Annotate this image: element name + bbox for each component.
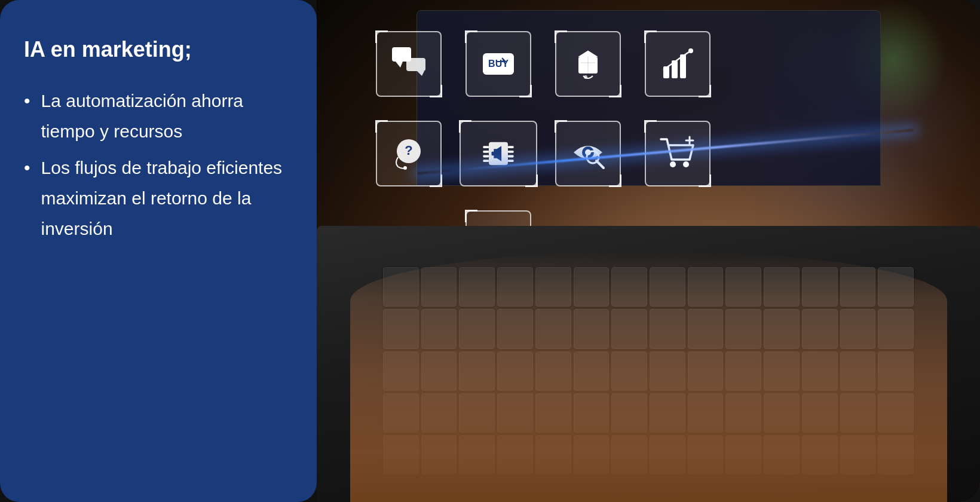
svg-rect-28: [491, 152, 494, 155]
svg-point-18: [403, 166, 407, 170]
bullet-item-1: • La automatización ahorra tiempo y recu…: [24, 85, 287, 146]
bullet-text-1: La automatización ahorra tiempo y recurs…: [41, 85, 287, 146]
svg-point-34: [683, 161, 689, 167]
delivery-icon-card: [555, 31, 621, 97]
bullet-dot-2: •: [24, 154, 30, 182]
hands-overlay: [350, 251, 947, 502]
svg-rect-23: [483, 160, 489, 162]
ai-head-icon-card: ?: [376, 121, 442, 186]
left-panel: IA en marketing; • La automatización aho…: [0, 0, 317, 502]
svg-rect-27: [508, 160, 514, 162]
analytics-icon-card: [645, 31, 710, 97]
svg-marker-3: [417, 71, 424, 76]
svg-rect-22: [483, 155, 489, 158]
svg-rect-25: [508, 151, 514, 153]
ai-head-icon: ?: [390, 134, 428, 173]
search-eye-icon: [569, 134, 607, 173]
bullet-dot-1: •: [24, 87, 30, 115]
buy-icon: BUY: [479, 45, 517, 83]
buy-icon-card: BUY: [466, 31, 531, 97]
svg-rect-26: [508, 155, 514, 158]
chat-icon-card: [376, 31, 442, 97]
svg-rect-21: [483, 151, 489, 153]
svg-rect-2: [406, 58, 425, 71]
svg-rect-20: [483, 146, 489, 148]
main-container: IA en marketing; • La automatización aho…: [0, 0, 980, 502]
cart-icon: [659, 134, 697, 173]
right-panel: BUY: [317, 0, 980, 502]
svg-marker-1: [396, 62, 403, 68]
bullet-text-2: Los flujos de trabajo eficientes maximiz…: [41, 152, 287, 244]
svg-text:?: ?: [405, 143, 412, 158]
search-eye-icon-card: [555, 121, 621, 186]
svg-point-11: [584, 75, 587, 79]
svg-text:BUY: BUY: [488, 59, 509, 69]
bullet-item-2: • Los flujos de trabajo eficientes maxim…: [24, 152, 287, 244]
svg-rect-24: [508, 146, 514, 148]
marketing-chip-icon-card: [460, 121, 537, 186]
bullet-list: • La automatización ahorra tiempo y recu…: [24, 85, 287, 250]
analytics-icon: [659, 45, 697, 83]
svg-point-33: [670, 161, 676, 167]
chat-icon: [390, 45, 428, 83]
laptop-background: BUY: [317, 0, 980, 502]
delivery-icon: [569, 45, 607, 83]
panel-title: IA en marketing;: [24, 36, 287, 64]
